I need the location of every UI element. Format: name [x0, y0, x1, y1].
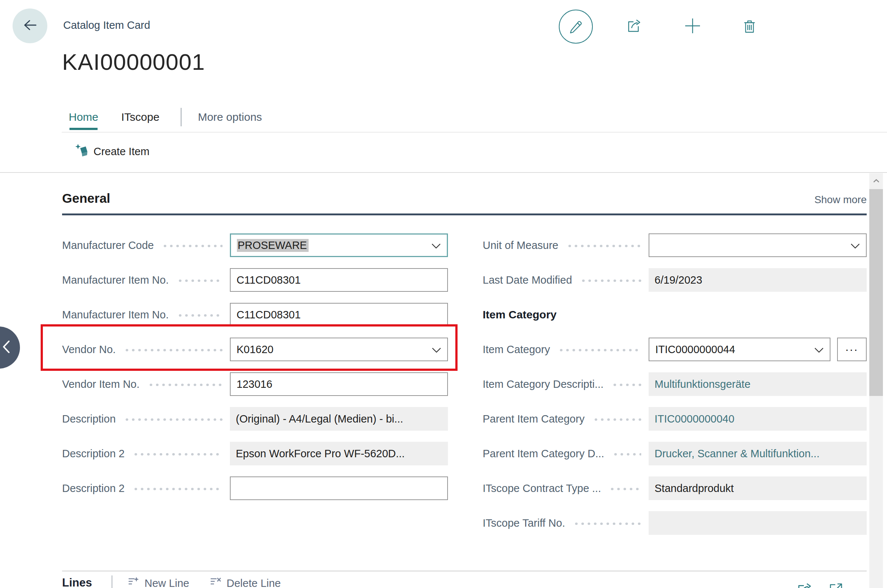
dot-leader — [148, 383, 223, 386]
delete-button[interactable] — [741, 18, 758, 36]
page-caption: Catalog Item Card — [63, 19, 150, 32]
field-label: Description 2 — [62, 482, 125, 495]
new-line-icon — [127, 576, 140, 588]
new-record-button[interactable] — [684, 18, 702, 36]
field-label: Manufacturer Item No. — [62, 309, 169, 321]
field-label: Manufacturer Code — [62, 239, 154, 252]
manufacturer-item-no-input-1[interactable] — [230, 268, 448, 292]
field-label: Unit of Measure — [483, 239, 558, 252]
field-label: Last Date Modified — [483, 274, 572, 286]
chevron-down-icon[interactable] — [814, 344, 824, 356]
dot-leader — [162, 244, 223, 248]
record-title: KAI00000001 — [62, 49, 205, 75]
pencil-icon — [567, 17, 584, 36]
edit-button[interactable] — [559, 10, 593, 44]
field-manufacturer-item-no-1: Manufacturer Item No. — [62, 262, 448, 297]
item-category-assist-edit-button[interactable]: ... — [837, 338, 867, 361]
field-item-category-description: Item Category Descripti... Multifunktion… — [483, 367, 867, 402]
vendor-item-no-input[interactable] — [230, 372, 448, 396]
field-label: Description 2 — [62, 448, 125, 460]
item-category-description-value: Multifunktionsgeräte — [654, 378, 751, 390]
field-last-date-modified: Last Date Modified 6/19/2023 — [483, 262, 867, 297]
dot-leader — [612, 453, 641, 456]
dot-leader — [177, 314, 223, 317]
lines-divider — [111, 576, 112, 588]
dot-leader — [124, 349, 223, 352]
back-button[interactable] — [12, 9, 47, 43]
dot-leader — [124, 418, 223, 421]
scrollbar-up-button[interactable] — [869, 173, 883, 189]
dot-leader — [133, 488, 223, 490]
ribbon-tabs: Home ITscope More options — [69, 108, 262, 126]
dot-leader — [567, 244, 641, 248]
dot-leader — [177, 279, 223, 282]
field-label: Item Category — [483, 344, 550, 356]
vendor-no-dropdown[interactable]: K01620 — [230, 338, 448, 361]
plus-icon — [684, 17, 702, 36]
tab-itscope[interactable]: ITscope — [121, 111, 159, 123]
field-label: Vendor Item No. — [62, 378, 140, 390]
tab-home[interactable]: Home — [69, 111, 98, 123]
lines-section-title: Lines — [62, 576, 92, 588]
chevron-down-icon[interactable] — [431, 344, 441, 356]
field-vendor-no: Vendor No. K01620 — [62, 332, 448, 367]
tabs-rule — [62, 132, 887, 133]
description-2-value: Epson WorkForce Pro WF-5620D... — [236, 448, 405, 460]
tab-more-options[interactable]: More options — [198, 111, 262, 123]
create-item-icon — [74, 143, 88, 160]
create-item-button[interactable]: Create Item — [74, 143, 150, 160]
description-2b-input[interactable] — [230, 477, 448, 500]
collapse-panel-button[interactable] — [0, 327, 20, 369]
parent-item-category-value: ITIC0000000040 — [654, 413, 734, 425]
itscope-contract-type-value: Standardprodukt — [654, 482, 734, 495]
field-parent-item-category: Parent Item Category ITIC0000000040 — [483, 402, 867, 436]
field-manufacturer-code: Manufacturer Code PROSEWARE — [62, 228, 448, 262]
lines-share-button[interactable] — [795, 580, 813, 588]
new-line-label: New Line — [144, 577, 189, 588]
field-description-2b: Description 2 — [62, 471, 448, 506]
chevron-up-icon — [873, 178, 879, 184]
field-label: ITscope Contract Type ... — [483, 482, 601, 495]
general-section-rule — [62, 213, 867, 215]
field-description: Description (Original) - A4/Legal (Medie… — [62, 402, 448, 436]
manufacturer-code-value: PROSEWARE — [237, 239, 308, 252]
parent-item-category-description-value: Drucker, Scanner & Multifunktion... — [654, 448, 819, 460]
general-section-title: General — [62, 191, 110, 206]
actionbar-rule — [0, 172, 887, 173]
show-more-link[interactable]: Show more — [814, 194, 867, 206]
field-manufacturer-item-no-2: Manufacturer Item No. — [62, 297, 448, 332]
new-line-button[interactable]: New Line — [127, 576, 189, 588]
last-date-modified-readonly-field: 6/19/2023 — [649, 268, 867, 292]
manufacturer-item-no-input-2[interactable] — [230, 303, 448, 327]
itscope-contract-type-readonly-field: Standardprodukt — [649, 477, 867, 500]
chevron-down-icon[interactable] — [431, 239, 441, 252]
delete-line-button[interactable]: Delete Line — [209, 576, 281, 588]
itscope-tariff-no-readonly-field — [649, 511, 867, 535]
dot-leader — [609, 488, 641, 490]
field-itscope-tariff-no: ITscope Tariff No. — [483, 506, 867, 540]
lines-section-rule — [62, 571, 867, 572]
trash-icon — [741, 17, 758, 36]
unit-of-measure-dropdown[interactable] — [649, 233, 867, 257]
field-item-category: Item Category ITIC0000000044 ... — [483, 332, 867, 367]
manufacturer-code-dropdown[interactable]: PROSEWARE — [230, 233, 448, 257]
field-parent-item-category-description: Parent Item Category D... Drucker, Scann… — [483, 436, 867, 471]
item-category-dropdown[interactable]: ITIC0000000044 — [649, 338, 830, 361]
chevron-left-icon — [0, 339, 5, 356]
share-button[interactable] — [625, 18, 642, 36]
chevron-down-icon[interactable] — [850, 239, 860, 252]
field-unit-of-measure: Unit of Measure — [483, 228, 867, 262]
scrollbar-thumb[interactable] — [869, 189, 883, 396]
field-label: Parent Item Category D... — [483, 448, 604, 460]
general-left-column: Manufacturer Code PROSEWARE Manufacturer… — [62, 228, 448, 506]
dot-leader — [612, 383, 641, 386]
parent-item-category-description-readonly-field: Drucker, Scanner & Multifunktion... — [649, 442, 867, 465]
dot-leader — [133, 453, 223, 456]
dot-leader — [558, 349, 641, 352]
field-description-2: Description 2 Epson WorkForce Pro WF-562… — [62, 436, 448, 471]
open-in-new-window-button[interactable] — [827, 580, 845, 588]
field-vendor-item-no: Vendor Item No. — [62, 367, 448, 402]
description-2-readonly-field: Epson WorkForce Pro WF-5620D... — [230, 442, 448, 465]
tab-divider — [181, 108, 182, 126]
vendor-no-value: K01620 — [236, 344, 274, 356]
